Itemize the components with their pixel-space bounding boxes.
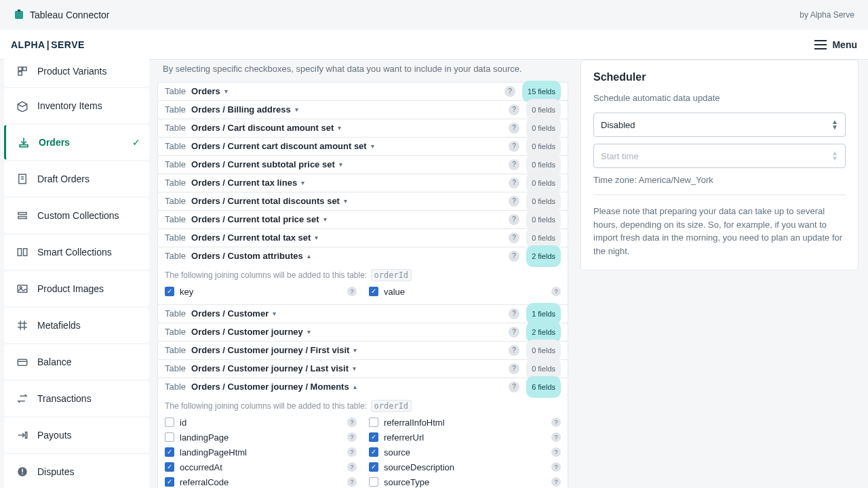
help-icon[interactable]: ? bbox=[551, 418, 561, 427]
table-row[interactable]: TableOrders / Current total discounts se… bbox=[157, 192, 568, 211]
images-icon bbox=[16, 282, 29, 296]
svg-rect-4 bbox=[18, 72, 22, 75]
table-row[interactable]: TableOrders / Current total price set▾?0… bbox=[157, 210, 568, 229]
table-row[interactable]: TableOrders / Current total tax set▾?0 f… bbox=[157, 228, 568, 247]
caret-down-icon: ▾ bbox=[344, 192, 347, 211]
caret-up-icon: ▴ bbox=[307, 247, 311, 266]
help-icon[interactable]: ? bbox=[509, 214, 519, 225]
caret-down-icon: ▾ bbox=[339, 155, 342, 174]
caret-down-icon: ▾ bbox=[323, 210, 327, 229]
field-label: id bbox=[180, 418, 186, 428]
sidebar-item-balance[interactable]: Balance bbox=[4, 344, 149, 380]
help-icon[interactable]: ? bbox=[509, 196, 519, 207]
help-icon[interactable]: ? bbox=[509, 251, 519, 262]
sidebar-item-metafields[interactable]: Metafields bbox=[4, 308, 149, 343]
help-icon[interactable]: ? bbox=[509, 141, 519, 152]
help-icon[interactable]: ? bbox=[347, 418, 357, 427]
help-icon[interactable]: ? bbox=[551, 287, 561, 296]
join-note: The following joining columns will be ad… bbox=[165, 400, 561, 415]
help-icon[interactable]: ? bbox=[551, 477, 561, 487]
field-label: sourceDescription bbox=[384, 462, 454, 472]
table-row[interactable]: TableOrders / Customer journey / First v… bbox=[157, 341, 568, 360]
caret-down-icon: ▾ bbox=[338, 119, 341, 138]
sidebar-item-draft-orders[interactable]: Draft Orders bbox=[4, 161, 149, 197]
help-icon[interactable]: ? bbox=[347, 447, 357, 457]
caret-down-icon: ▾ bbox=[273, 304, 276, 323]
table-label: Table bbox=[165, 100, 186, 119]
sidebar-item-product-images[interactable]: Product Images bbox=[4, 271, 149, 306]
field-checkbox[interactable] bbox=[369, 477, 378, 487]
field-checkbox[interactable] bbox=[165, 462, 174, 472]
field-row: occurredAt? bbox=[165, 460, 357, 474]
field-checkbox[interactable] bbox=[369, 418, 378, 427]
help-icon[interactable]: ? bbox=[347, 432, 357, 442]
table-row[interactable]: TableOrders / Billing address▾?0 fields bbox=[157, 100, 568, 119]
svg-rect-0 bbox=[15, 11, 23, 19]
help-icon[interactable]: ? bbox=[509, 345, 519, 356]
table-row[interactable]: TableOrders / Current cart discount amou… bbox=[157, 137, 568, 156]
disputes-icon bbox=[16, 465, 29, 479]
help-icon[interactable]: ? bbox=[551, 447, 561, 457]
field-checkbox[interactable] bbox=[369, 432, 378, 442]
table-name: Orders / Customer bbox=[191, 304, 269, 323]
sidebar-item-payouts[interactable]: Payouts bbox=[4, 418, 149, 453]
field-checkbox[interactable] bbox=[165, 432, 174, 442]
sidebar-item-custom-collections[interactable]: Custom Collections bbox=[4, 198, 149, 233]
sidebar: Product Variants Inventory Items Orders … bbox=[0, 60, 149, 488]
table-row[interactable]: TableOrders / Cart discount amount set▾?… bbox=[157, 119, 568, 138]
scheduler-start-select[interactable]: Start time ▲▼ bbox=[593, 144, 846, 168]
help-icon[interactable]: ? bbox=[509, 104, 519, 115]
field-checkbox[interactable] bbox=[369, 462, 378, 472]
smart-coll-icon bbox=[16, 245, 29, 259]
field-row: id? bbox=[165, 415, 357, 430]
help-icon[interactable]: ? bbox=[347, 462, 357, 472]
field-checkbox[interactable] bbox=[165, 418, 174, 427]
sidebar-item-orders[interactable]: Orders ✓ bbox=[4, 125, 149, 160]
field-checkbox[interactable] bbox=[165, 477, 174, 487]
svg-rect-19 bbox=[18, 359, 27, 365]
help-icon[interactable]: ? bbox=[347, 477, 357, 487]
table-row[interactable]: TableOrders / Custom attributes▴?2 field… bbox=[157, 247, 568, 266]
field-count-badge: 6 fields bbox=[526, 376, 561, 398]
sidebar-item-smart-collections[interactable]: Smart Collections bbox=[4, 235, 149, 270]
scheduler-mode-select[interactable]: Disabled ▲▼ bbox=[593, 113, 846, 137]
field-row: key? bbox=[165, 284, 357, 299]
svg-rect-23 bbox=[22, 469, 23, 472]
help-icon[interactable]: ? bbox=[551, 462, 561, 472]
sidebar-item-transactions[interactable]: Transactions bbox=[4, 381, 149, 416]
help-icon[interactable]: ? bbox=[509, 178, 519, 188]
brand-logo: ALPHA|SERVE bbox=[11, 39, 85, 50]
table-row[interactable]: TableOrders / Customer journey / Moments… bbox=[157, 378, 568, 396]
table-row[interactable]: TableOrders / Current tax lines▾?0 field… bbox=[157, 174, 568, 192]
field-row: sourceDescription? bbox=[369, 460, 561, 474]
caret-down-icon: ▾ bbox=[224, 82, 228, 101]
help-icon[interactable]: ? bbox=[509, 327, 519, 338]
sidebar-item-disputes[interactable]: Disputes bbox=[4, 454, 149, 488]
table-row[interactable]: TableOrders / Customer▾?1 fields bbox=[157, 304, 568, 323]
help-icon[interactable]: ? bbox=[551, 432, 561, 442]
table-row[interactable]: TableOrders / Current subtotal price set… bbox=[157, 155, 568, 174]
menu-button[interactable]: Menu bbox=[814, 39, 857, 50]
scheduler-card: Scheduler Schedule automatic data update… bbox=[580, 60, 859, 270]
help-icon[interactable]: ? bbox=[509, 123, 519, 134]
table-row[interactable]: TableOrders / Customer journey▾?2 fields bbox=[157, 323, 568, 342]
sidebar-item-product-variants[interactable]: Product Variants bbox=[4, 56, 149, 87]
help-icon[interactable]: ? bbox=[347, 287, 357, 296]
help-icon[interactable]: ? bbox=[509, 308, 519, 319]
table-row[interactable]: TableOrders / Customer journey / Last vi… bbox=[157, 359, 568, 378]
help-icon[interactable]: ? bbox=[509, 363, 519, 374]
help-icon[interactable]: ? bbox=[509, 159, 519, 170]
field-checkbox[interactable] bbox=[369, 287, 378, 296]
app-byline: by Alpha Serve bbox=[800, 10, 854, 20]
table-name: Orders / Custom attributes bbox=[191, 247, 303, 266]
help-icon[interactable]: ? bbox=[509, 382, 519, 392]
table-row[interactable]: TableOrders▾?15 fields bbox=[157, 82, 568, 101]
table-name: Orders / Current total discounts set bbox=[191, 192, 340, 211]
field-checkbox[interactable] bbox=[165, 447, 174, 457]
field-checkbox[interactable] bbox=[369, 447, 378, 457]
field-checkbox[interactable] bbox=[165, 287, 174, 296]
field-label: key bbox=[180, 287, 193, 297]
sidebar-item-inventory[interactable]: Inventory Items bbox=[4, 88, 149, 123]
help-icon[interactable]: ? bbox=[509, 232, 519, 243]
help-icon[interactable]: ? bbox=[505, 86, 515, 97]
